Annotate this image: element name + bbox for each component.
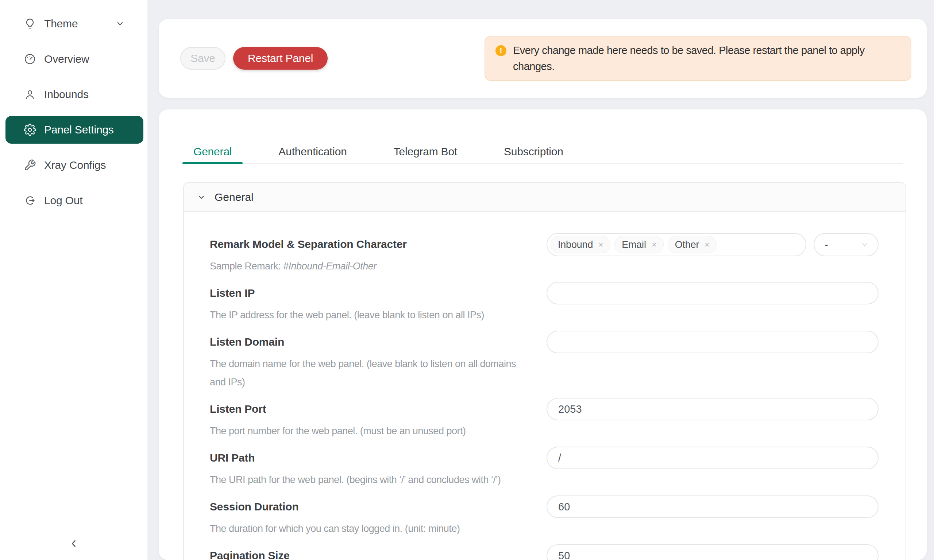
field-description: The duration for which you can stay logg… <box>210 520 532 538</box>
sample-remark-value: #Inbound-Email-Other <box>283 261 376 272</box>
general-collapse-panel: General Remark Model & Separation Charac… <box>183 182 906 560</box>
field-label: Listen Port <box>210 398 532 420</box>
tag-close-icon[interactable] <box>650 241 658 248</box>
field-label: Remark Model & Separation Character <box>210 233 532 255</box>
dashboard-icon <box>24 53 36 65</box>
sidebar-item-panel-settings[interactable]: Panel Settings <box>5 116 143 144</box>
sidebar-item-label: Overview <box>44 53 89 65</box>
sample-remark-prefix: Sample Remark: <box>210 261 283 272</box>
tag-label: Inbound <box>558 239 593 251</box>
sidebar-item-label: Theme <box>44 17 78 30</box>
remark-model-select[interactable]: Inbound Email <box>547 233 806 256</box>
field-description: The IP address for the web panel. (leave… <box>210 306 532 324</box>
user-icon <box>24 88 36 101</box>
field-label: Listen Domain <box>210 331 532 353</box>
save-button[interactable]: Save <box>180 47 225 70</box>
field-description: Sample Remark: #Inbound-Email-Other <box>210 257 532 275</box>
session-duration-input[interactable] <box>547 495 879 518</box>
sidebar-item-label: Inbounds <box>44 88 89 101</box>
form-row-listen-ip: Listen IP The IP address for the web pan… <box>210 282 879 324</box>
gear-icon <box>24 124 36 136</box>
settings-card: General Authentication Telegram Bot Subs… <box>159 109 927 560</box>
warning-glyph: ! <box>499 46 502 55</box>
chevron-down-icon[interactable] <box>116 19 125 28</box>
sidebar-item-label: Panel Settings <box>44 124 114 136</box>
chevron-down-icon <box>197 193 206 202</box>
sidebar-item-xray-configs[interactable]: Xray Configs <box>5 151 143 179</box>
sidebar-nav: Theme Overview <box>0 0 147 214</box>
listen-ip-input[interactable] <box>547 282 879 305</box>
form-row-remark-model: Remark Model & Separation Character Samp… <box>210 233 879 275</box>
field-label: URI Path <box>210 447 532 469</box>
tag-label: Email <box>622 239 646 251</box>
general-collapse-header[interactable]: General <box>184 183 906 212</box>
toolbar-card: Save Restart Panel ! Every change made h… <box>159 19 927 98</box>
tag-close-icon[interactable] <box>597 241 604 248</box>
field-description: The port number for the web panel. (must… <box>210 422 532 440</box>
form-row-listen-domain: Listen Domain The domain name for the we… <box>210 331 879 391</box>
tab-general[interactable]: General <box>182 140 243 163</box>
logout-icon <box>24 194 36 207</box>
sidebar-item-overview[interactable]: Overview <box>5 45 143 73</box>
field-label: Listen IP <box>210 282 532 305</box>
sidebar-item-inbounds[interactable]: Inbounds <box>5 81 143 108</box>
separator-select[interactable]: - <box>814 233 879 256</box>
field-label: Session Duration <box>210 495 532 518</box>
listen-domain-input[interactable] <box>547 331 879 353</box>
field-label: Pagination Size <box>210 544 532 560</box>
form-row-session-duration: Session Duration The duration for which … <box>210 495 879 538</box>
field-description: The domain name for the web panel. (leav… <box>210 355 520 391</box>
settings-tabs: General Authentication Telegram Bot Subs… <box>182 109 903 164</box>
chevron-left-icon[interactable] <box>68 537 80 550</box>
panel-title: General <box>214 191 254 203</box>
restart-panel-button[interactable]: Restart Panel <box>233 47 328 70</box>
tab-telegram-bot[interactable]: Telegram Bot <box>383 140 468 163</box>
uri-path-input[interactable] <box>547 447 879 469</box>
pagination-size-input[interactable] <box>547 544 879 560</box>
tag-email: Email <box>614 236 664 253</box>
form-row-listen-port: Listen Port The port number for the web … <box>210 398 879 440</box>
sidebar-item-theme[interactable]: Theme <box>5 10 143 38</box>
restart-warning-alert: ! Every change made here needs to be sav… <box>484 36 911 81</box>
sidebar-item-log-out[interactable]: Log Out <box>5 187 143 214</box>
tag-other: Other <box>668 236 717 253</box>
chevron-down-icon <box>860 240 869 249</box>
alert-text: Every change made here needs to be saved… <box>513 42 900 74</box>
tag-label: Other <box>675 239 700 251</box>
wrench-icon <box>24 159 36 171</box>
tab-subscription[interactable]: Subscription <box>493 140 574 163</box>
general-panel-body: Remark Model & Separation Character Samp… <box>184 212 906 560</box>
form-row-uri-path: URI Path The URI path for the web panel.… <box>210 447 879 489</box>
tag-close-icon[interactable] <box>703 241 711 248</box>
tab-authentication[interactable]: Authentication <box>267 140 358 163</box>
separator-value: - <box>825 239 828 251</box>
warning-icon: ! <box>495 45 506 56</box>
content-area: Save Restart Panel ! Every change made h… <box>147 0 934 560</box>
listen-port-input[interactable] <box>547 398 879 420</box>
sidebar-item-label: Log Out <box>44 194 82 207</box>
field-description: The URI path for the web panel. (begins … <box>210 471 532 489</box>
bulb-icon <box>24 17 36 30</box>
tag-inbound: Inbound <box>550 236 610 253</box>
sidebar-item-label: Xray Configs <box>44 159 106 171</box>
sidebar: Theme Overview <box>0 0 147 560</box>
form-row-pagination-size: Pagination Size <box>210 544 879 560</box>
